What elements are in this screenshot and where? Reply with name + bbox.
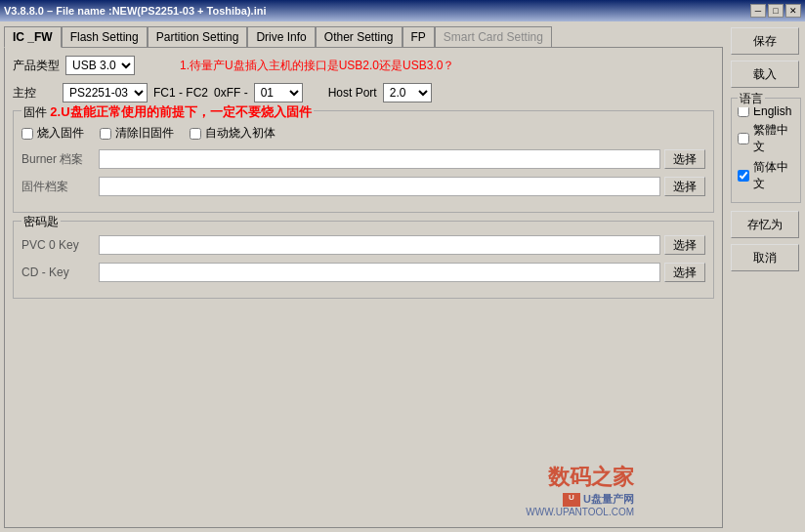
firmware-checkbox-row: 烧入固件 清除旧固件 自动烧入初体 xyxy=(21,125,705,142)
burn-firmware-item: 烧入固件 xyxy=(21,125,84,142)
cd-browse-button[interactable]: 选择 xyxy=(664,263,705,282)
firmware-file-input[interactable] xyxy=(99,177,660,196)
host-port-select[interactable]: 2.0 xyxy=(383,83,432,102)
auto-load-checkbox[interactable] xyxy=(190,128,201,140)
burner-browse-button[interactable]: 选择 xyxy=(664,149,705,169)
pvc-key-label: PVC 0 Key xyxy=(21,238,95,252)
load-button[interactable]: 载入 xyxy=(731,61,799,88)
minimize-button[interactable]: ─ xyxy=(750,4,766,18)
product-type-label: 产品类型 xyxy=(13,58,60,74)
hint-text-1: 1.待量产U盘插入主机的接口是USB2.0还是USB3.0？ xyxy=(180,58,454,74)
simplified-checkbox[interactable] xyxy=(738,170,749,182)
cancel-button[interactable]: 取消 xyxy=(731,244,799,271)
title-bar: V3.8.8.0 – File name :NEW(PS2251-03 + To… xyxy=(0,0,805,21)
close-button[interactable]: ✕ xyxy=(785,4,801,18)
clear-old-firmware-label: 清除旧固件 xyxy=(115,125,174,142)
product-type-select[interactable]: USB 3.0 xyxy=(65,56,135,75)
firmware-file-row: 固件档案 选择 xyxy=(21,177,705,196)
firmware-section: 固件 2.U盘能正常使用的前提下，一定不要烧入固件 烧入固件 清除旧固件 xyxy=(13,110,714,213)
auto-load-label: 自动烧入初体 xyxy=(205,125,275,142)
host-port-label: Host Port xyxy=(328,86,377,100)
simplified-label: 简体中文 xyxy=(753,159,794,192)
password-section: 密码匙 PVC 0 Key 选择 CD - Key 选择 xyxy=(13,221,714,299)
host-port-group: Host Port 2.0 xyxy=(309,83,432,102)
traditional-label: 繁體中文 xyxy=(753,122,794,155)
tab-other-setting[interactable]: Other Setting xyxy=(316,26,402,48)
fc1-fc2-select[interactable]: 01 xyxy=(254,83,303,102)
save-button[interactable]: 保存 xyxy=(731,27,799,55)
window-title: V3.8.8.0 – File name :NEW(PS2251-03 + To… xyxy=(4,5,266,17)
tab-partition-setting[interactable]: Partition Setting xyxy=(148,26,248,48)
main-control-select[interactable]: PS2251-03 xyxy=(63,83,148,102)
left-area: IC _FW Flash Setting Partition Setting D… xyxy=(0,21,727,532)
traditional-lang-item: 繁體中文 xyxy=(738,122,794,155)
burn-firmware-checkbox[interactable] xyxy=(21,128,33,140)
tab-flash-setting[interactable]: Flash Setting xyxy=(62,26,148,48)
tab-drive-info[interactable]: Drive Info xyxy=(247,26,315,48)
firmware-file-label: 固件档案 xyxy=(21,179,95,195)
firmware-hint: 2.U盘能正常使用的前提下，一定不要烧入固件 xyxy=(50,104,311,119)
watermark-logo: U U盘量产网 xyxy=(526,492,634,507)
cd-key-label: CD - Key xyxy=(21,266,95,279)
firmware-section-title: 固件 2.U盘能正常使用的前提下，一定不要烧入固件 xyxy=(21,103,314,121)
window-controls: ─ □ ✕ xyxy=(750,4,801,18)
save-as-button[interactable]: 存忆为 xyxy=(731,211,799,238)
tab-ic-fw[interactable]: IC _FW xyxy=(4,26,62,48)
traditional-checkbox[interactable] xyxy=(738,133,749,144)
tab-bar: IC _FW Flash Setting Partition Setting D… xyxy=(4,25,723,47)
watermark-text-1: 数码之家 xyxy=(526,463,634,492)
language-section-title: 语言 xyxy=(738,91,765,107)
cd-key-row: CD - Key 选择 xyxy=(21,263,705,282)
burner-file-label: Burner 档案 xyxy=(21,151,95,168)
burner-file-row: Burner 档案 选择 xyxy=(21,149,705,169)
tab-smart-card-setting[interactable]: Smart Card Setting xyxy=(435,26,552,48)
simplified-lang-item: 简体中文 xyxy=(738,159,794,192)
main-control-row: 主控 PS2251-03 FC1 - FC2 0xFF - 01 Host Po… xyxy=(13,83,714,102)
tab-fp[interactable]: FP xyxy=(402,26,435,48)
pvc-key-row: PVC 0 Key 选择 xyxy=(21,235,705,255)
pvc-key-input[interactable] xyxy=(99,235,660,255)
content-panel: 产品类型 USB 3.0 1.待量产U盘插入主机的接口是USB2.0还是USB3… xyxy=(4,47,723,528)
burner-file-input[interactable] xyxy=(99,149,660,169)
main-window: IC _FW Flash Setting Partition Setting D… xyxy=(0,21,805,532)
main-control-label: 主控 xyxy=(13,85,57,102)
fc1-fc2-value: 0xFF - xyxy=(214,86,248,100)
pvc-browse-button[interactable]: 选择 xyxy=(664,235,705,255)
clear-old-firmware-checkbox[interactable] xyxy=(100,128,111,140)
maximize-button[interactable]: □ xyxy=(768,4,784,18)
watermark: 数码之家 U U盘量产网 WWW.UPANTOOL.COM xyxy=(526,463,634,517)
clear-old-firmware-item: 清除旧固件 xyxy=(100,125,174,142)
watermark-icon: U xyxy=(563,493,580,507)
password-section-title: 密码匙 xyxy=(21,214,61,230)
firmware-browse-button[interactable]: 选择 xyxy=(664,177,705,196)
auto-load-item: 自动烧入初体 xyxy=(190,125,275,142)
fc1-fc2-label: FC1 - FC2 xyxy=(153,86,208,100)
watermark-url: WWW.UPANTOOL.COM xyxy=(526,507,634,517)
right-sidebar: 保存 载入 语言 English 繁體中文 简体中文 存忆为 取消 xyxy=(727,21,805,532)
language-section: 语言 English 繁體中文 简体中文 xyxy=(731,98,801,203)
product-type-row: 产品类型 USB 3.0 1.待量产U盘插入主机的接口是USB2.0还是USB3… xyxy=(13,56,714,75)
burn-firmware-label: 烧入固件 xyxy=(37,125,84,142)
watermark-text-2: U盘量产网 xyxy=(583,493,634,505)
cd-key-input[interactable] xyxy=(99,263,660,282)
